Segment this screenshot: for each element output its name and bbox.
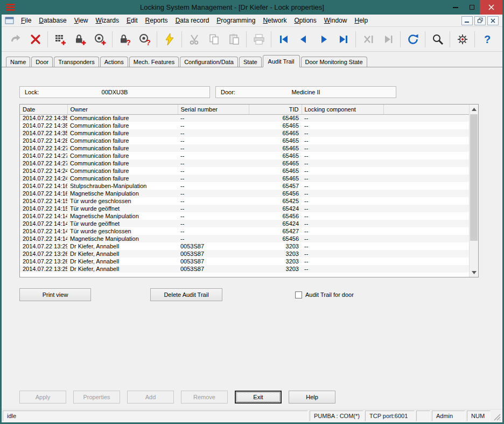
cell: Dr Kiefer, Annabell xyxy=(67,265,178,273)
column-header-tid[interactable]: TID xyxy=(249,105,302,114)
menu-file[interactable]: File xyxy=(17,15,35,26)
tab-actions[interactable]: Actions xyxy=(100,57,128,67)
audit-trail-table: DateOwnerSerial numberTIDLocking compone… xyxy=(20,105,470,273)
table-row[interactable]: 2014.07.22 13:26Dr Kiefer, Annabell0053S… xyxy=(20,250,470,258)
resize-grip[interactable] xyxy=(492,411,501,421)
app-menu-icon[interactable] xyxy=(2,4,17,11)
tab-mech-features[interactable]: Mech. Features xyxy=(129,57,179,67)
table-row[interactable]: 2014.07.22 14:14Magnetische Manipulation… xyxy=(20,212,470,220)
previous-record-icon xyxy=(297,33,310,46)
tab-door-monitoring-state[interactable]: Door Monitoring State xyxy=(301,57,367,67)
column-header-serial-number[interactable]: Serial number xyxy=(178,105,249,114)
first-record-button[interactable] xyxy=(274,29,293,50)
refresh-button[interactable] xyxy=(403,29,423,50)
table-row[interactable]: 2014.07.22 14:27Communication failure--6… xyxy=(20,152,470,159)
menu-wizards[interactable]: Wizards xyxy=(92,15,123,26)
cell: -- xyxy=(178,227,249,235)
cell: 2014.07.22 14:27 xyxy=(20,144,67,152)
mdi-close-button[interactable] xyxy=(487,16,499,25)
previous-record-button[interactable] xyxy=(293,29,313,50)
table-row[interactable]: 2014.07.22 14:27Communication failure--6… xyxy=(20,144,470,152)
column-header-owner[interactable]: Owner xyxy=(67,105,178,114)
print-view-button[interactable]: Print view xyxy=(19,288,91,301)
cell: 65456 xyxy=(249,235,302,242)
mdi-system-icon[interactable] xyxy=(5,17,15,25)
exit-button[interactable]: Exit xyxy=(235,391,282,404)
delete-audit-trail-button[interactable]: Delete Audit Trail xyxy=(150,288,222,301)
tab-door[interactable]: Door xyxy=(31,57,53,67)
cell xyxy=(383,159,470,167)
tab-name[interactable]: Name xyxy=(6,57,30,67)
help-button[interactable]: Help xyxy=(289,391,335,404)
table-row[interactable]: 2014.07.22 14:28Communication failure--6… xyxy=(20,137,470,144)
minimize-button[interactable] xyxy=(447,0,464,15)
scroll-down-button[interactable] xyxy=(470,268,478,277)
menu-programming[interactable]: Programming xyxy=(213,15,259,26)
last-record-button[interactable] xyxy=(333,29,353,50)
audit-trail-for-door-checkbox[interactable] xyxy=(295,291,302,298)
tab-transponders[interactable]: Transponders xyxy=(54,57,99,67)
menu-database[interactable]: Database xyxy=(35,15,70,26)
cell: -- xyxy=(178,114,249,122)
table-row[interactable]: 2014.07.22 14:14Magnetische Manipulation… xyxy=(20,235,470,242)
cell: -- xyxy=(302,250,383,258)
mdi-restore-button[interactable] xyxy=(474,16,486,25)
scrollbar-thumb[interactable] xyxy=(470,114,478,241)
table-row[interactable]: 2014.07.22 14:16Stulpschrauben-Manipulat… xyxy=(20,182,470,190)
add-transponder-button[interactable] xyxy=(90,29,110,50)
cell: -- xyxy=(302,212,383,220)
table-row[interactable]: 2014.07.22 14:14Tür wurde geschlossen--6… xyxy=(20,227,470,235)
program-button[interactable] xyxy=(159,29,179,50)
disconnect-button[interactable] xyxy=(25,29,45,50)
table-row[interactable]: 2014.07.22 14:35Communication failure--6… xyxy=(20,122,470,129)
table-row[interactable]: 2014.07.22 14:15Tür wurde geöffnet--6542… xyxy=(20,205,470,212)
table-row[interactable]: 2014.07.22 14:16Magnetische Manipulation… xyxy=(20,190,470,197)
search-icon xyxy=(431,33,444,46)
add-transponder-icon xyxy=(94,33,107,46)
vertical-scrollbar[interactable] xyxy=(469,105,478,277)
add-lock-button[interactable] xyxy=(70,29,90,50)
menu-edit[interactable]: Edit xyxy=(123,15,142,26)
tab-audit-trail[interactable]: Audit Trail xyxy=(263,55,300,67)
search-button[interactable] xyxy=(428,29,447,50)
refresh-icon xyxy=(407,33,419,46)
table-row[interactable]: 2014.07.22 14:24Communication failure--6… xyxy=(20,167,470,175)
table-row[interactable]: 2014.07.22 14:14Tür wurde geöffnet--6542… xyxy=(20,220,470,227)
scroll-up-button[interactable] xyxy=(470,105,478,114)
menu-network[interactable]: Network xyxy=(259,15,290,26)
fields-row: Lock: 00DXU3B Door: Medicine II xyxy=(19,86,502,98)
table-row[interactable]: 2014.07.22 14:35Communication failure--6… xyxy=(20,114,470,122)
table-row[interactable]: 2014.07.22 14:35Communication failure--6… xyxy=(20,129,470,137)
read-lock-button[interactable]: ? xyxy=(115,29,135,50)
close-button[interactable] xyxy=(480,0,502,15)
table-row[interactable]: 2014.07.22 13:26Dr Kiefer, Annabell0053S… xyxy=(20,258,470,265)
menu-view[interactable]: View xyxy=(71,15,92,26)
svg-text:?: ? xyxy=(146,38,151,46)
statusbar-pane-pumba-com: PUMBA : COM(*) xyxy=(310,411,363,421)
tab-state[interactable]: State xyxy=(239,57,262,67)
menu-window[interactable]: Window xyxy=(320,15,351,26)
tab-configuration-data[interactable]: Configuration/Data xyxy=(180,57,238,67)
next-record-icon xyxy=(317,33,330,46)
table-row[interactable]: 2014.07.22 14:15Tür wurde geschlossen--6… xyxy=(20,197,470,205)
column-header-blank[interactable] xyxy=(383,105,470,114)
column-header-locking-component[interactable]: Locking component xyxy=(302,105,383,114)
next-record-button[interactable] xyxy=(313,29,333,50)
scrollbar-track[interactable] xyxy=(470,114,478,268)
table-row[interactable]: 2014.07.22 14:27Communication failure--6… xyxy=(20,159,470,167)
mdi-minimize-button[interactable] xyxy=(461,16,473,25)
settings-button[interactable] xyxy=(452,29,472,50)
add-locking-system-button[interactable] xyxy=(50,29,70,50)
column-header-date[interactable]: Date xyxy=(20,105,67,114)
read-transponder-button[interactable]: ? xyxy=(135,29,155,50)
maximize-button[interactable] xyxy=(464,0,480,15)
cell: -- xyxy=(302,242,383,250)
table-row[interactable]: 2014.07.22 14:24Communication failure--6… xyxy=(20,175,470,182)
help-button[interactable]: ? xyxy=(477,29,497,50)
table-row[interactable]: 2014.07.22 13:25Dr Kiefer, Annabell0053S… xyxy=(20,265,470,273)
menu-data-record[interactable]: Data record xyxy=(172,15,213,26)
menu-help[interactable]: Help xyxy=(351,15,372,26)
menu-options[interactable]: Options xyxy=(290,15,320,26)
menu-reports[interactable]: Reports xyxy=(142,15,172,26)
table-row[interactable]: 2014.07.22 13:29Dr Kiefer, Annabell0053S… xyxy=(20,242,470,250)
